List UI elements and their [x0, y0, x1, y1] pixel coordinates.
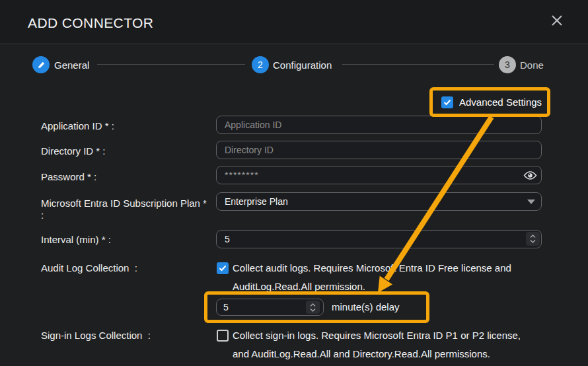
password-input[interactable] — [216, 166, 542, 184]
audit-log-label: Audit Log Collection : — [41, 262, 137, 274]
password-label: Password * : — [41, 171, 96, 183]
step-configuration-label[interactable]: Configuration — [273, 59, 332, 71]
signin-logs-description-line: and AuditLog.Read.All and Directory.Read… — [233, 345, 588, 363]
directory-id-label: Directory ID * : — [41, 145, 106, 157]
spinner-chevrons-icon — [309, 303, 316, 312]
step-configuration-number: 2 — [258, 59, 263, 70]
select-caret[interactable] — [527, 192, 535, 211]
delay-stepper[interactable] — [306, 301, 320, 314]
interval-stepper[interactable] — [526, 232, 540, 246]
subscription-plan-label: Microsoft Entra ID Subscription Plan * : — [41, 198, 207, 221]
close-button[interactable] — [548, 12, 566, 29]
interval-label: Interval (min) * : — [41, 234, 111, 246]
dialog-title: ADD CONNECTOR — [28, 15, 153, 31]
close-icon — [550, 14, 564, 27]
advanced-settings-highlight: Advanced Settings — [429, 87, 550, 117]
step-general-label[interactable]: General — [54, 59, 89, 71]
pencil-icon — [37, 61, 46, 69]
chevron-down-icon — [527, 200, 535, 204]
application-id-label: Application ID * : — [41, 120, 114, 132]
step-done-number: 3 — [505, 59, 510, 70]
step-done-circle[interactable]: 3 — [499, 56, 516, 73]
add-connector-dialog: ADD CONNECTOR General 2 Configuration 3 … — [0, 0, 588, 366]
checkmark-icon — [443, 99, 451, 106]
delay-suffix-label: minute(s) delay — [332, 301, 400, 312]
step-done-label[interactable]: Done — [520, 59, 544, 71]
advanced-settings-checkbox[interactable] — [441, 96, 453, 108]
directory-id-input[interactable] — [216, 141, 542, 159]
signin-logs-description-line: Collect sign-in logs. Requires Microsoft… — [233, 326, 588, 345]
step-connector-line — [342, 64, 494, 65]
show-password-button[interactable] — [523, 166, 537, 184]
checkmark-icon — [219, 265, 227, 272]
audit-log-description-line: Collect audit logs. Requires Microsoft E… — [233, 259, 583, 277]
application-id-input[interactable] — [216, 116, 542, 134]
step-configuration-circle[interactable]: 2 — [252, 56, 269, 73]
signin-logs-description: Collect sign-in logs. Requires Microsoft… — [233, 326, 588, 363]
subscription-plan-value: Enterprise Plan — [225, 196, 288, 207]
signin-logs-label: Sign-in Logs Collection : — [41, 330, 151, 342]
signin-logs-checkbox[interactable] — [217, 330, 229, 342]
dialog-header: ADD CONNECTOR — [0, 0, 588, 44]
spinner-chevrons-icon — [529, 234, 536, 244]
subscription-plan-select[interactable]: Enterprise Plan — [216, 192, 542, 211]
eye-icon — [523, 170, 537, 180]
audit-log-description: Collect audit logs. Requires Microsoft E… — [233, 259, 583, 296]
step-general-circle[interactable] — [32, 56, 50, 73]
interval-input[interactable] — [216, 230, 542, 248]
step-connector-line — [97, 64, 245, 65]
advanced-settings-label: Advanced Settings — [459, 96, 542, 108]
audit-log-checkbox[interactable] — [217, 262, 229, 274]
